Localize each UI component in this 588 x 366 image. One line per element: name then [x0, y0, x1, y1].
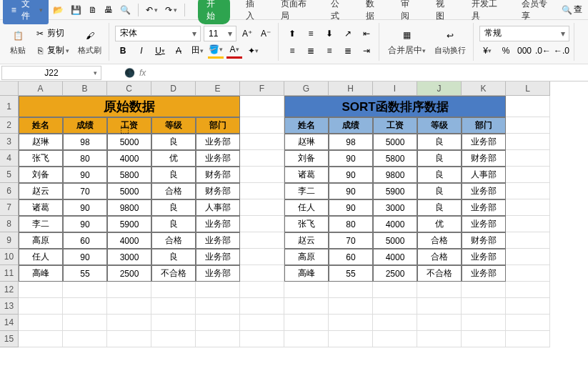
data-cell[interactable]: 刘备: [284, 150, 329, 167]
cell[interactable]: [506, 117, 550, 134]
data-cell[interactable]: 财务部: [196, 167, 240, 183]
cell[interactable]: [329, 298, 373, 315]
data-cell[interactable]: 不合格: [151, 265, 196, 282]
data-cell[interactable]: 合格: [417, 232, 462, 249]
cell[interactable]: [506, 282, 550, 298]
tab-0[interactable]: 开始: [198, 0, 230, 24]
fx-icon[interactable]: fx: [139, 68, 146, 78]
data-cell[interactable]: 合格: [417, 249, 462, 265]
data-cell[interactable]: 90: [329, 150, 373, 167]
undo-icon[interactable]: ↶▾: [143, 4, 161, 16]
justify-icon[interactable]: ≣: [340, 43, 356, 59]
title-right[interactable]: SORT函数排序数据: [284, 96, 506, 117]
data-cell[interactable]: 合格: [151, 183, 196, 199]
cell[interactable]: [63, 298, 107, 315]
data-cell[interactable]: 80: [329, 216, 373, 232]
cell[interactable]: [240, 232, 284, 249]
data-cell[interactable]: 良: [151, 167, 196, 183]
indent-right-icon[interactable]: ⇥: [359, 43, 374, 59]
cell[interactable]: [506, 232, 550, 249]
data-cell[interactable]: 人事部: [196, 199, 240, 216]
dec-decimal-icon[interactable]: ←.0: [554, 43, 569, 59]
table-header[interactable]: 工资: [373, 117, 417, 134]
table-header[interactable]: 成绩: [63, 117, 107, 134]
cell[interactable]: [240, 282, 284, 298]
table-header[interactable]: 等级: [151, 117, 196, 134]
cell[interactable]: [284, 315, 329, 331]
save-icon[interactable]: 💾: [68, 4, 84, 16]
row-header[interactable]: 3: [0, 134, 19, 150]
cell[interactable]: [196, 331, 240, 347]
data-cell[interactable]: 良: [417, 183, 462, 199]
data-cell[interactable]: 张飞: [19, 150, 63, 167]
data-cell[interactable]: 良: [417, 134, 462, 150]
row-header[interactable]: 2: [0, 117, 19, 134]
row-header[interactable]: 14: [0, 315, 19, 331]
inc-decimal-icon[interactable]: .0←: [535, 43, 551, 59]
cell[interactable]: [506, 298, 550, 315]
data-cell[interactable]: 90: [63, 199, 107, 216]
preview-icon[interactable]: 🔍: [117, 4, 134, 16]
search-icon[interactable]: 🔍查: [559, 2, 585, 17]
cell[interactable]: [63, 315, 107, 331]
data-cell[interactable]: 4000: [373, 216, 417, 232]
number-format-select[interactable]: 常规: [479, 26, 569, 41]
data-cell[interactable]: 赵琳: [19, 134, 63, 150]
data-cell[interactable]: 98: [329, 134, 373, 150]
data-cell[interactable]: 5000: [373, 134, 417, 150]
spreadsheet-grid[interactable]: ABCDEFGHIJKL 1原始数据SORT函数排序数据2姓名成绩工资等级部门姓…: [0, 81, 588, 347]
cell[interactable]: [329, 315, 373, 331]
cell[interactable]: [506, 183, 550, 199]
row-header[interactable]: 6: [0, 183, 19, 199]
data-cell[interactable]: 90: [329, 183, 373, 199]
data-cell[interactable]: 业务部: [196, 232, 240, 249]
data-cell[interactable]: 张飞: [284, 216, 329, 232]
cell[interactable]: [506, 96, 550, 117]
orientation-icon[interactable]: ↗: [340, 26, 356, 41]
data-cell[interactable]: 赵琳: [284, 134, 329, 150]
data-cell[interactable]: 业务部: [196, 150, 240, 167]
data-cell[interactable]: 业务部: [196, 265, 240, 282]
data-cell[interactable]: 业务部: [462, 183, 506, 199]
data-cell[interactable]: 3000: [373, 199, 417, 216]
comma-icon[interactable]: 000: [517, 43, 532, 59]
align-bottom-icon[interactable]: ⬇: [322, 26, 337, 41]
data-cell[interactable]: 优: [417, 216, 462, 232]
cell[interactable]: [417, 282, 462, 298]
cell[interactable]: [462, 282, 506, 298]
data-cell[interactable]: 良: [151, 249, 196, 265]
align-right-icon[interactable]: ≡: [322, 43, 337, 59]
col-header-F[interactable]: F: [240, 81, 284, 96]
cell[interactable]: [63, 282, 107, 298]
font-family-select[interactable]: 宋体: [115, 26, 201, 41]
cell[interactable]: [151, 298, 196, 315]
data-cell[interactable]: 赵云: [284, 232, 329, 249]
data-cell[interactable]: 良: [151, 134, 196, 150]
underline-button[interactable]: U▾: [152, 43, 168, 59]
align-top-icon[interactable]: ⬆: [284, 26, 300, 41]
data-cell[interactable]: 业务部: [462, 265, 506, 282]
cell[interactable]: [417, 331, 462, 347]
cell[interactable]: [417, 315, 462, 331]
cell[interactable]: [506, 167, 550, 183]
data-cell[interactable]: 55: [63, 265, 107, 282]
data-cell[interactable]: 60: [329, 249, 373, 265]
data-cell[interactable]: 不合格: [417, 265, 462, 282]
currency-icon[interactable]: ¥▾: [479, 43, 495, 59]
data-cell[interactable]: 业务部: [196, 134, 240, 150]
cell[interactable]: [240, 216, 284, 232]
tab-3[interactable]: 公式: [327, 0, 350, 24]
bold-button[interactable]: B: [115, 43, 131, 59]
data-cell[interactable]: 2500: [373, 265, 417, 282]
fill-color-button[interactable]: 🪣▾: [208, 43, 224, 59]
tab-5[interactable]: 审阅: [397, 0, 420, 24]
table-header[interactable]: 等级: [417, 117, 462, 134]
decrease-font-icon[interactable]: A⁻: [258, 26, 274, 41]
cell[interactable]: [506, 249, 550, 265]
data-cell[interactable]: 李二: [284, 183, 329, 199]
data-cell[interactable]: 5900: [373, 183, 417, 199]
data-cell[interactable]: 财务部: [196, 183, 240, 199]
data-cell[interactable]: 诸葛: [19, 199, 63, 216]
data-cell[interactable]: 98: [63, 134, 107, 150]
cell[interactable]: [19, 298, 63, 315]
